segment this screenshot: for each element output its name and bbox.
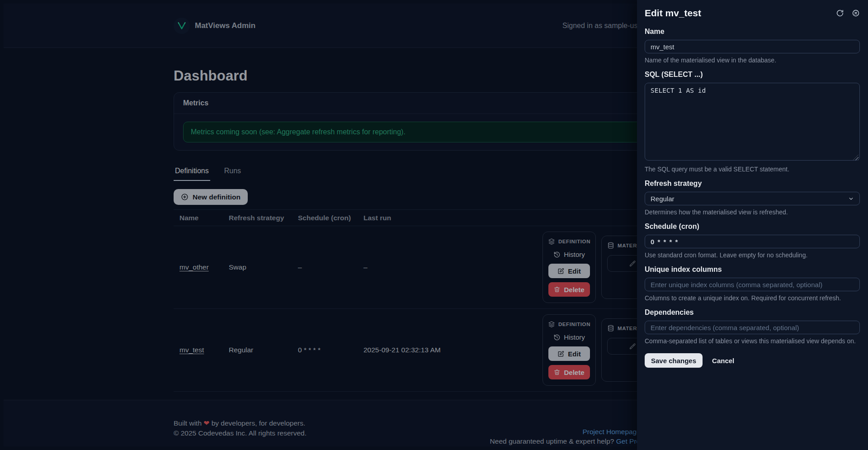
chevron-down-icon bbox=[848, 196, 854, 202]
refresh-strategy-select[interactable]: Regular bbox=[645, 192, 860, 205]
unique-index-label: Unique index columns bbox=[645, 265, 860, 274]
refresh-strategy-hint: Determines how the materialised view is … bbox=[645, 208, 860, 216]
schedule-hint: Use standard cron format. Leave empty fo… bbox=[645, 251, 860, 259]
sql-field[interactable] bbox=[645, 83, 860, 161]
close-circle-icon bbox=[852, 9, 860, 17]
sql-hint: The SQL query must be a valid SELECT sta… bbox=[645, 166, 860, 173]
dependencies-field[interactable] bbox=[645, 321, 860, 334]
refresh-button[interactable] bbox=[836, 9, 844, 17]
refresh-icon bbox=[836, 9, 844, 17]
edit-drawer: Edit mv_test Name Name of the materi bbox=[637, 0, 868, 450]
refresh-strategy-label: Refresh strategy bbox=[645, 180, 860, 188]
unique-index-hint: Columns to create a unique index on. Req… bbox=[645, 294, 860, 302]
name-hint: Name of the materialised view in the dat… bbox=[645, 57, 860, 64]
name-label: Name bbox=[645, 28, 860, 36]
dependencies-hint: Comma-separated list of tables or views … bbox=[645, 337, 860, 345]
sql-label: SQL (SELECT ...) bbox=[645, 71, 860, 79]
schedule-label: Schedule (cron) bbox=[645, 223, 860, 231]
unique-index-field[interactable] bbox=[645, 278, 860, 291]
close-button[interactable] bbox=[852, 9, 860, 17]
save-changes-button[interactable]: Save changes bbox=[645, 353, 703, 368]
dependencies-label: Dependencies bbox=[645, 308, 860, 317]
drawer-title: Edit mv_test bbox=[645, 8, 701, 19]
schedule-field[interactable] bbox=[645, 235, 860, 248]
name-field[interactable] bbox=[645, 40, 860, 53]
cancel-button[interactable]: Cancel bbox=[712, 357, 734, 365]
